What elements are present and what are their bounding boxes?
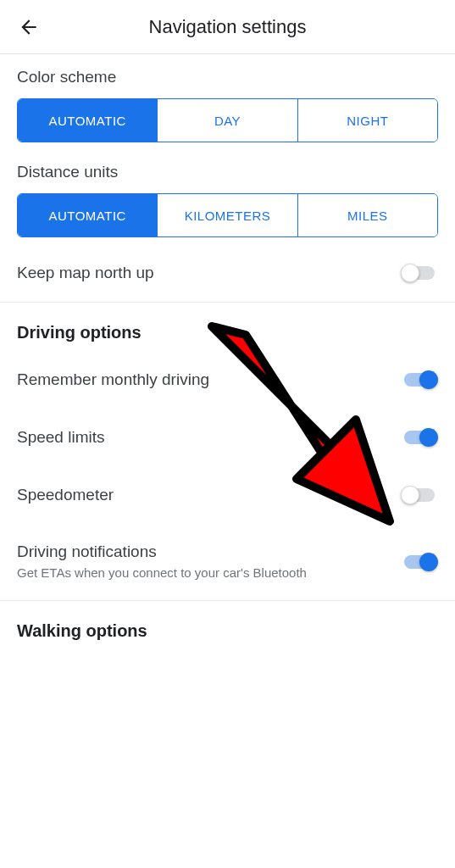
remember-driving-switch[interactable]	[401, 370, 438, 390]
app-header: Navigation settings	[0, 0, 455, 54]
remember-driving-row[interactable]: Remember monthly driving	[0, 351, 455, 409]
distance-units-section: Distance units AUTOMATIC KILOMETERS MILE…	[0, 149, 455, 244]
driving-notifications-text: Driving notifications Get ETAs when you …	[17, 542, 307, 581]
speedometer-label: Speedometer	[17, 486, 114, 504]
speedometer-switch[interactable]	[401, 485, 438, 505]
page-title: Navigation settings	[44, 16, 411, 38]
driving-options-header: Driving options	[0, 303, 455, 351]
content: Color scheme AUTOMATIC DAY NIGHT Distanc…	[0, 54, 455, 649]
color-scheme-group: AUTOMATIC DAY NIGHT	[17, 98, 438, 142]
back-arrow-icon	[18, 16, 40, 38]
keep-north-switch[interactable]	[401, 263, 438, 283]
remember-driving-label: Remember monthly driving	[17, 370, 209, 389]
driving-notifications-sub: Get ETAs when you connect to your car's …	[17, 565, 307, 581]
walking-options-header: Walking options	[0, 601, 455, 649]
speed-limits-switch[interactable]	[401, 427, 438, 448]
color-scheme-label: Color scheme	[17, 68, 438, 86]
distance-units-miles[interactable]: MILES	[298, 194, 437, 236]
speed-limits-label: Speed limits	[17, 428, 105, 447]
keep-north-label: Keep map north up	[17, 264, 154, 282]
speed-limits-row[interactable]: Speed limits	[0, 409, 455, 466]
distance-units-automatic[interactable]: AUTOMATIC	[18, 194, 158, 236]
driving-notifications-label: Driving notifications	[17, 542, 307, 561]
distance-units-kilometers[interactable]: KILOMETERS	[158, 194, 297, 236]
color-scheme-section: Color scheme AUTOMATIC DAY NIGHT	[0, 54, 455, 149]
back-button[interactable]	[14, 12, 44, 42]
driving-notifications-switch[interactable]	[401, 552, 438, 572]
driving-notifications-row[interactable]: Driving notifications Get ETAs when you …	[0, 524, 455, 600]
color-scheme-day[interactable]: DAY	[158, 99, 297, 142]
distance-units-label: Distance units	[17, 163, 438, 181]
color-scheme-automatic[interactable]: AUTOMATIC	[18, 99, 158, 142]
color-scheme-night[interactable]: NIGHT	[298, 99, 437, 142]
speedometer-row[interactable]: Speedometer	[0, 466, 455, 524]
keep-north-row[interactable]: Keep map north up	[0, 244, 455, 302]
distance-units-group: AUTOMATIC KILOMETERS MILES	[17, 193, 438, 237]
